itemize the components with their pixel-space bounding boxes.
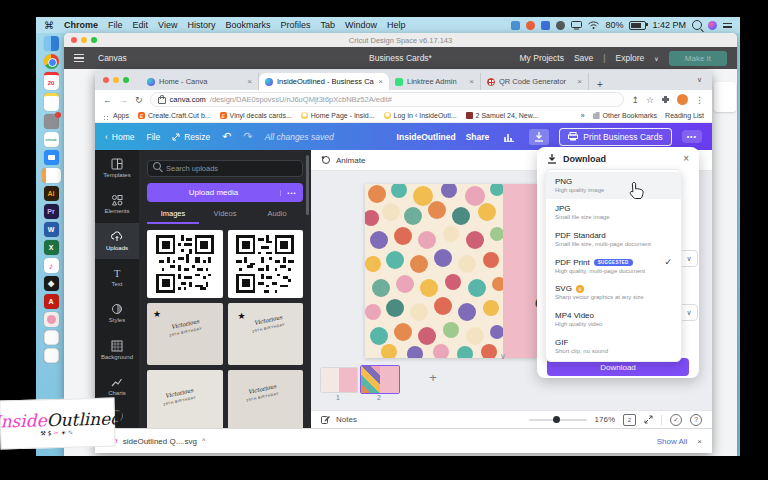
dock-finder-icon[interactable] (44, 36, 59, 51)
apple-menu-icon[interactable]: ⌘ (44, 20, 54, 31)
search-uploads-input[interactable] (147, 160, 303, 177)
bookmark-star-icon[interactable]: ☆ (646, 95, 654, 105)
share-icon[interactable]: ↥ (631, 95, 639, 105)
filetype-select-chevron-icon[interactable]: ∨ (680, 250, 698, 267)
canva-resize-button[interactable]: Resize (172, 132, 210, 142)
cricut-my-projects[interactable]: My Projects (520, 53, 564, 63)
menu-bookmarks[interactable]: Bookmarks (225, 20, 270, 30)
tab-insideoutlined-active[interactable]: InsideOutlined - Business Ca × (259, 73, 389, 90)
cricut-canvas-label[interactable]: Canvas (98, 53, 127, 63)
page-thumbnail-2-selected[interactable] (360, 365, 400, 394)
dock-notes-icon[interactable] (44, 93, 59, 111)
dock-zoom-icon[interactable] (44, 150, 59, 165)
animate-button[interactable]: Animate (336, 156, 365, 165)
upload-thumbnail-cake-topper[interactable]: Victorious 29TH BIRTHDAY (147, 370, 223, 428)
hamburger-menu-icon[interactable] (74, 54, 84, 63)
close-tab-icon[interactable]: × (378, 77, 383, 86)
extensions-puzzle-icon[interactable] (661, 95, 670, 104)
dock-acrobat-icon[interactable]: A (44, 294, 59, 309)
close-downloads-bar-icon[interactable]: × (697, 437, 702, 446)
bookmark-vinyl-decals[interactable]: EVinyl decals cards... (220, 112, 292, 119)
cricut-save[interactable]: Save (574, 53, 593, 63)
download-toolbar-icon[interactable] (529, 129, 549, 145)
status-app-icon[interactable] (526, 21, 535, 30)
redo-icon[interactable]: ↷ (243, 130, 252, 143)
dock-excel-icon[interactable]: X (44, 240, 59, 255)
profile-avatar[interactable] (677, 94, 688, 105)
bookmark-bible[interactable]: 2 Samuel 24, New... (466, 112, 539, 119)
tab-search-chevron-icon[interactable]: ∨ (697, 76, 702, 84)
zoom-slider-handle[interactable] (553, 416, 560, 423)
minimize-window-button[interactable] (113, 77, 119, 83)
bookmark-home-page[interactable]: Home Page - Insid... (301, 112, 375, 119)
uploads-tab-audio[interactable]: Audio (251, 209, 303, 224)
chrome-menu-icon[interactable]: ⋮ (695, 95, 704, 105)
menu-profiles[interactable]: Profiles (280, 20, 310, 30)
brand-name[interactable]: InsideOutlined (397, 132, 456, 142)
fullscreen-icon[interactable] (644, 415, 653, 424)
zoom-window-button[interactable] (123, 77, 129, 83)
sidebar-item-elements[interactable]: Elements (95, 186, 139, 222)
menu-edit[interactable]: Edit (133, 20, 149, 30)
dock-calendar-icon[interactable]: 20 (44, 72, 59, 90)
menu-window[interactable]: Window (345, 20, 377, 30)
menu-help[interactable]: Help (387, 20, 406, 30)
lock-icon[interactable] (158, 97, 166, 104)
dock-cricut-icon[interactable]: cricut (44, 132, 59, 147)
pages-icon[interactable]: 2 (623, 414, 636, 426)
upload-thumbnail-cake-topper[interactable]: Victorious 29TH BIRTHDAY (228, 370, 304, 428)
add-page-button[interactable]: + (425, 369, 441, 385)
menu-file[interactable]: File (108, 20, 123, 30)
share-button[interactable]: Share (466, 132, 490, 142)
option-pdf-standard[interactable]: PDF Standard Small file size, multi-page… (546, 225, 681, 252)
option-pdf-print[interactable]: PDF Print SUGGESTED ✓ High quality, mult… (546, 252, 681, 279)
display-icon[interactable] (571, 21, 582, 30)
spotlight-icon[interactable] (692, 20, 702, 30)
bookmark-login[interactable]: Log In ‹ InsideOutl... (384, 112, 457, 119)
menu-tab[interactable]: Tab (320, 20, 335, 30)
sidebar-item-templates[interactable]: Templates (95, 150, 139, 186)
dock-premiere-icon[interactable]: Pr (44, 204, 59, 219)
control-center-icon[interactable] (723, 23, 732, 28)
toolbar-more-icon[interactable]: ••• (682, 130, 702, 143)
omnibox[interactable]: canva.com/design/DAE0spovssU/nJ6uQMjt3t6… (150, 92, 625, 107)
dock-file-thumbnail[interactable] (44, 330, 59, 345)
sidebar-item-uploads[interactable]: Uploads (95, 223, 139, 259)
dock-word-icon[interactable]: W (44, 222, 59, 237)
forward-icon[interactable]: → (119, 95, 128, 105)
cricut-explore[interactable]: Explore (616, 53, 645, 63)
back-icon[interactable]: ← (103, 95, 112, 105)
help-icon[interactable]: ? (690, 414, 702, 426)
pages-select-chevron-icon[interactable]: ∨ (680, 304, 698, 321)
show-all-downloads-link[interactable]: Show All (657, 437, 688, 446)
dock-inkscape-icon[interactable]: ◆ (44, 276, 59, 291)
close-tab-icon[interactable]: × (469, 77, 474, 86)
close-tab-icon[interactable]: × (577, 77, 582, 86)
close-tab-icon[interactable]: × (247, 77, 252, 86)
upload-thumbnail-cake-topper[interactable]: ★ Victorious 29TH BIRTHDAY (228, 303, 304, 365)
sidebar-item-text[interactable]: T Text (95, 259, 139, 295)
tab-home-canva[interactable]: Home - Canva × (141, 73, 259, 90)
page-thumbnail-1[interactable] (320, 367, 358, 393)
status-cloud-icon[interactable] (541, 21, 550, 30)
canvas-scroll-chevron-icon[interactable]: ∨ (500, 352, 506, 361)
reload-icon[interactable]: ↻ (135, 95, 143, 105)
menu-view[interactable]: View (158, 20, 177, 30)
upload-more-icon[interactable]: ••• (280, 190, 303, 196)
new-tab-button[interactable]: + (589, 79, 611, 90)
dock-file-thumbnail[interactable] (44, 348, 59, 363)
tab-linktree[interactable]: Linktree Admin × (389, 73, 481, 90)
print-business-cards-button[interactable]: Print Business Cards (559, 128, 671, 146)
upload-thumbnail-qr[interactable] (147, 230, 223, 298)
menu-history[interactable]: History (187, 20, 215, 30)
notes-button[interactable]: Notes (336, 415, 357, 424)
canva-home-button[interactable]: ‹Home (105, 132, 135, 142)
siri-icon[interactable] (708, 21, 717, 30)
download-item-chevron-icon[interactable]: ^ (202, 437, 205, 444)
zoom-level[interactable]: 176% (595, 415, 615, 424)
wifi-icon[interactable] (588, 21, 599, 29)
bookmark-apps[interactable]: Apps (103, 109, 129, 122)
dock-photo-thumbnail[interactable] (44, 312, 59, 327)
other-bookmarks[interactable]: Other Bookmarks (593, 112, 657, 119)
undo-icon[interactable]: ↶ (222, 130, 231, 143)
